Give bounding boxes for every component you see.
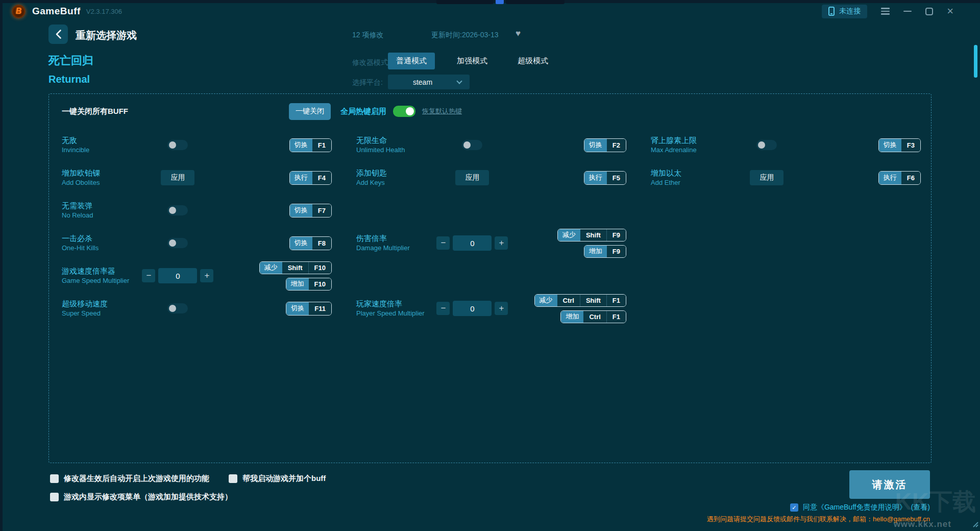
super-speed-toggle[interactable] [167, 303, 188, 313]
global-hotkey-label: 全局热键启用 [340, 107, 386, 116]
footer-options-row-1: 修改器生效后自动开启上次游戏使用的功能 帮我启动游戏并加个buff [50, 474, 326, 484]
cheat-name-en: Invincible [62, 146, 148, 155]
cheat-name-cn: 游戏速度倍率器 [62, 266, 148, 276]
phone-icon [828, 7, 835, 16]
player-speed-multiplier-value[interactable] [453, 301, 492, 316]
ingame-menu-label: 游戏内显示修改项菜单（游戏加加提供技术支持） [64, 492, 232, 502]
cheat-add-ether: 增加以太 Add Ether 应用 执行F6 [651, 161, 921, 194]
cheat-name-en: Max Adrenaline [651, 146, 737, 155]
stepper-minus-button[interactable]: − [436, 236, 450, 250]
close-all-button[interactable]: 一键关闭 [289, 103, 331, 120]
add-ether-hotkey[interactable]: 执行F6 [878, 171, 921, 185]
cheat-unlimited-health: 无限生命 Unlimited Health 切换F2 [356, 129, 626, 161]
cheat-name-en: Add Ether [651, 178, 737, 187]
ingame-menu-checkbox[interactable] [50, 493, 59, 501]
tab-enhanced-mode[interactable]: 加强模式 [449, 53, 496, 69]
check-icon: ✓ [792, 504, 796, 511]
cheat-one-hit-kills: 一击必杀 One-Hit Kills 切换F8 [62, 227, 332, 259]
close-all-label: 一键关闭所有BUFF [62, 107, 289, 116]
cheat-name-en: One-Hit Kills [62, 244, 148, 253]
cheat-name-en: No Reload [62, 211, 148, 220]
max-adrenaline-toggle[interactable] [756, 140, 777, 150]
maximize-button[interactable] [925, 8, 933, 15]
cheat-name-en: Game Speed Multiplier [62, 276, 148, 285]
buff-control-row: 一键关闭所有BUFF 一键关闭 全局热键启用 恢复默认热键 [62, 103, 921, 120]
watermark-logo: KK下载 [895, 486, 976, 518]
menu-button[interactable] [881, 8, 890, 15]
agreement-checkbox[interactable]: ✓ [790, 503, 798, 512]
invincible-hotkey[interactable]: 切换F1 [289, 138, 332, 152]
cheat-name-cn: 无敌 [62, 135, 148, 146]
player-speed-multiplier-stepper: − + [436, 301, 508, 316]
cheat-no-reload: 无需装弹 No Reload 切换F7 [62, 194, 332, 227]
mode-tabs: 普通模式 加强模式 超级模式 [388, 53, 556, 69]
connection-status-button[interactable]: 未连接 [822, 5, 867, 18]
cheat-player-speed-multiplier: 玩家速度倍率 Player Speed Multiplier − + 减少Ctr… [356, 292, 626, 325]
close-icon: × [947, 7, 953, 16]
mods-count: 12 项修改 [352, 31, 383, 40]
cheat-name-cn: 添加钥匙 [356, 168, 443, 178]
resize-handle-icon[interactable] [970, 519, 978, 529]
game-speed-decrease-hotkey[interactable]: 减少ShiftF10 [259, 261, 332, 274]
unlimited-health-hotkey[interactable]: 切换F2 [584, 138, 626, 152]
game-title-cn: 死亡回归 [48, 53, 93, 68]
connection-status-label: 未连接 [839, 7, 861, 16]
game-speed-increase-hotkey[interactable]: 增加F10 [286, 278, 332, 291]
damage-multiplier-increase-hotkey[interactable]: 增加F9 [584, 245, 626, 258]
watermark: www.kkx.net [894, 519, 951, 529]
game-speed-multiplier-value[interactable] [158, 268, 197, 283]
minimize-icon [903, 11, 912, 12]
cheat-name-en: Unlimited Health [356, 146, 443, 155]
cheat-panel: 一键关闭所有BUFF 一键关闭 全局热键启用 恢复默认热键 无敌 Invinci… [48, 93, 932, 463]
stepper-minus-button[interactable]: − [436, 302, 450, 315]
unlimited-health-toggle[interactable] [462, 140, 482, 150]
platform-value: steam [388, 78, 457, 86]
auto-enable-label: 修改器生效后自动开启上次游戏使用的功能 [64, 474, 209, 484]
super-speed-hotkey[interactable]: 切换F11 [286, 302, 332, 316]
cheat-name-en: Add Obolites [62, 178, 148, 187]
add-keys-hotkey[interactable]: 执行F5 [584, 171, 626, 185]
scrollbar-thumb[interactable] [974, 45, 977, 78]
add-obolites-hotkey[interactable]: 执行F4 [289, 171, 332, 185]
invincible-toggle[interactable] [167, 140, 188, 150]
launch-game-checkbox[interactable] [229, 474, 237, 483]
cheat-name-cn: 玩家速度倍率 [356, 299, 443, 309]
cheat-name-en: Damage Multiplier [356, 244, 443, 253]
back-button[interactable] [48, 25, 68, 44]
player-speed-decrease-hotkey[interactable]: 减少CtrlShiftF1 [534, 294, 626, 307]
global-hotkey-toggle[interactable] [393, 106, 415, 117]
cheat-name-cn: 一击必杀 [62, 233, 148, 244]
one-hit-kills-toggle[interactable] [167, 238, 188, 248]
cheat-max-adrenaline: 肾上腺素上限 Max Adrenaline 切换F3 [651, 129, 921, 161]
restore-hotkeys-link[interactable]: 恢复默认热键 [422, 107, 462, 116]
add-keys-apply-button[interactable]: 应用 [455, 170, 489, 185]
platform-label: 选择平台: [352, 78, 383, 87]
one-hit-kills-hotkey[interactable]: 切换F8 [289, 236, 332, 250]
auto-enable-checkbox[interactable] [50, 474, 59, 483]
damage-multiplier-decrease-hotkey[interactable]: 减少ShiftF9 [557, 229, 626, 242]
app-title: GameBuff [32, 6, 81, 17]
no-reload-hotkey[interactable]: 切换F7 [289, 204, 332, 218]
player-speed-increase-hotkey[interactable]: 增加CtrlF1 [560, 310, 626, 323]
game-title-en: Returnal [48, 74, 90, 85]
close-button[interactable]: × [947, 7, 953, 16]
platform-select[interactable]: steam [388, 75, 470, 89]
no-reload-toggle[interactable] [167, 205, 188, 215]
add-ether-apply-button[interactable]: 应用 [750, 170, 783, 185]
damage-multiplier-stepper: − + [436, 235, 508, 251]
tab-super-mode[interactable]: 超级模式 [509, 53, 556, 69]
max-adrenaline-hotkey[interactable]: 切换F3 [878, 138, 921, 152]
tab-normal-mode[interactable]: 普通模式 [388, 53, 435, 69]
game-speed-multiplier-stepper: − + [142, 268, 213, 283]
stepper-minus-button[interactable]: − [142, 269, 155, 282]
mode-label: 修改器模式 [352, 58, 388, 67]
cheat-name-cn: 增加欧铂锞 [62, 168, 148, 178]
cheat-invincible: 无敌 Invincible 切换F1 [62, 129, 332, 161]
add-obolites-apply-button[interactable]: 应用 [161, 170, 194, 185]
favorite-heart-icon[interactable]: ♥ [516, 29, 521, 39]
app-version: V2.3.17.306 [86, 8, 122, 15]
footer-options-row-2: 游戏内显示修改项菜单（游戏加加提供技术支持） [50, 492, 232, 502]
minimize-button[interactable] [903, 11, 912, 12]
cheat-name-en: Super Speed [62, 309, 148, 318]
damage-multiplier-value[interactable] [453, 235, 492, 251]
